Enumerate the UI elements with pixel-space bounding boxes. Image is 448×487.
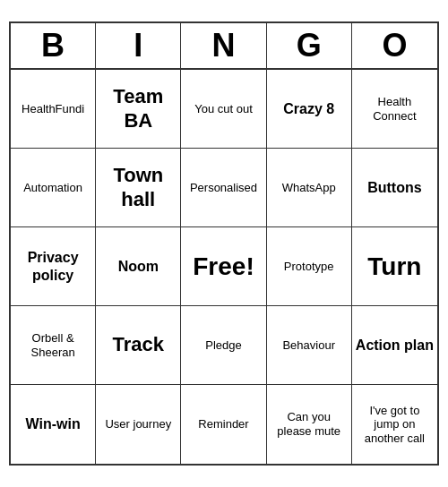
bingo-cell-11[interactable]: Noom xyxy=(96,227,181,306)
bingo-cell-6[interactable]: Town hall xyxy=(96,149,181,227)
bingo-cell-12[interactable]: Free! xyxy=(181,227,266,306)
bingo-cell-3[interactable]: Crazy 8 xyxy=(267,70,352,149)
bingo-cell-14[interactable]: Turn xyxy=(352,227,437,306)
bingo-letter-O: O xyxy=(352,23,437,68)
bingo-cell-8[interactable]: WhatsApp xyxy=(267,149,352,227)
bingo-cell-20[interactable]: Win-win xyxy=(11,385,96,464)
bingo-grid: HealthFundiTeam BAYou cut outCrazy 8Heal… xyxy=(11,70,437,464)
bingo-card: BINGO HealthFundiTeam BAYou cut outCrazy… xyxy=(9,21,439,466)
bingo-cell-15[interactable]: Orbell & Sheeran xyxy=(11,306,96,385)
bingo-cell-19[interactable]: Action plan xyxy=(352,306,437,385)
bingo-cell-7[interactable]: Personalised xyxy=(181,149,266,227)
bingo-cell-16[interactable]: Track xyxy=(96,306,181,385)
bingo-cell-13[interactable]: Prototype xyxy=(267,227,352,306)
bingo-cell-18[interactable]: Behaviour xyxy=(267,306,352,385)
bingo-cell-10[interactable]: Privacy policy xyxy=(11,227,96,306)
bingo-letter-I: I xyxy=(96,23,181,68)
bingo-cell-22[interactable]: Reminder xyxy=(181,385,266,464)
bingo-cell-1[interactable]: Team BA xyxy=(96,70,181,149)
bingo-cell-24[interactable]: I've got to jump on another call xyxy=(352,385,437,464)
bingo-cell-9[interactable]: Buttons xyxy=(352,149,437,227)
bingo-cell-2[interactable]: You cut out xyxy=(181,70,266,149)
bingo-letter-N: N xyxy=(181,23,266,68)
bingo-cell-5[interactable]: Automation xyxy=(11,149,96,227)
bingo-cell-23[interactable]: Can you please mute xyxy=(267,385,352,464)
bingo-cell-0[interactable]: HealthFundi xyxy=(11,70,96,149)
bingo-cell-21[interactable]: User journey xyxy=(96,385,181,464)
bingo-cell-4[interactable]: Health Connect xyxy=(352,70,437,149)
bingo-letter-B: B xyxy=(11,23,96,68)
bingo-letter-G: G xyxy=(267,23,352,68)
bingo-header: BINGO xyxy=(11,23,437,70)
bingo-cell-17[interactable]: Pledge xyxy=(181,306,266,385)
